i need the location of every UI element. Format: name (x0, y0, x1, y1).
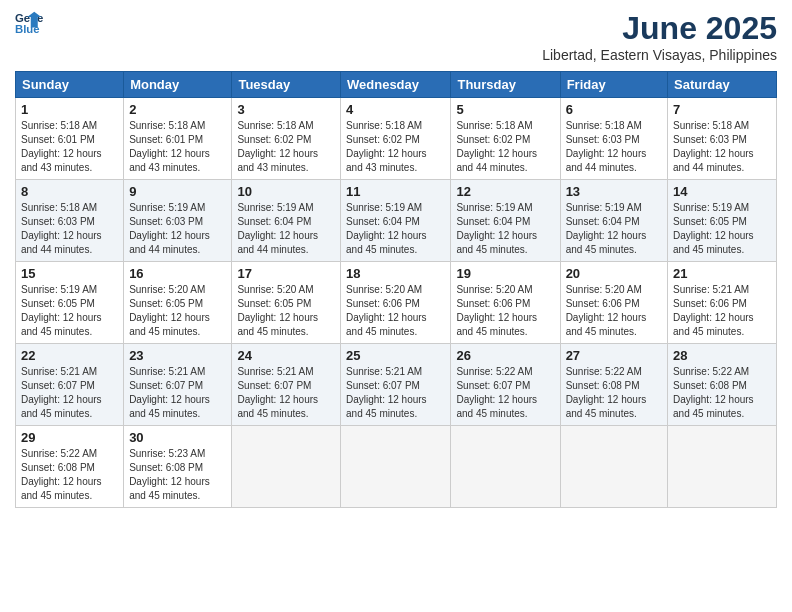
logo-icon: General Blue (15, 10, 43, 38)
table-cell: 11Sunrise: 5:19 AM Sunset: 6:04 PM Dayli… (341, 180, 451, 262)
table-cell: 16Sunrise: 5:20 AM Sunset: 6:05 PM Dayli… (124, 262, 232, 344)
day-number: 25 (346, 348, 445, 363)
table-cell: 9Sunrise: 5:19 AM Sunset: 6:03 PM Daylig… (124, 180, 232, 262)
subtitle: Libertad, Eastern Visayas, Philippines (542, 47, 777, 63)
day-number: 24 (237, 348, 335, 363)
header-row: Sunday Monday Tuesday Wednesday Thursday… (16, 72, 777, 98)
day-info: Sunrise: 5:22 AM Sunset: 6:08 PM Dayligh… (566, 365, 662, 421)
calendar-row: 1Sunrise: 5:18 AM Sunset: 6:01 PM Daylig… (16, 98, 777, 180)
table-cell (341, 426, 451, 508)
day-info: Sunrise: 5:21 AM Sunset: 6:07 PM Dayligh… (237, 365, 335, 421)
table-cell: 13Sunrise: 5:19 AM Sunset: 6:04 PM Dayli… (560, 180, 667, 262)
day-number: 10 (237, 184, 335, 199)
col-wednesday: Wednesday (341, 72, 451, 98)
calendar-row: 8Sunrise: 5:18 AM Sunset: 6:03 PM Daylig… (16, 180, 777, 262)
day-number: 16 (129, 266, 226, 281)
col-saturday: Saturday (668, 72, 777, 98)
day-info: Sunrise: 5:19 AM Sunset: 6:04 PM Dayligh… (237, 201, 335, 257)
day-info: Sunrise: 5:20 AM Sunset: 6:06 PM Dayligh… (566, 283, 662, 339)
table-cell: 30Sunrise: 5:23 AM Sunset: 6:08 PM Dayli… (124, 426, 232, 508)
day-info: Sunrise: 5:19 AM Sunset: 6:04 PM Dayligh… (566, 201, 662, 257)
day-number: 29 (21, 430, 118, 445)
table-cell: 1Sunrise: 5:18 AM Sunset: 6:01 PM Daylig… (16, 98, 124, 180)
table-cell: 4Sunrise: 5:18 AM Sunset: 6:02 PM Daylig… (341, 98, 451, 180)
day-info: Sunrise: 5:19 AM Sunset: 6:04 PM Dayligh… (346, 201, 445, 257)
day-number: 7 (673, 102, 771, 117)
calendar-row: 29Sunrise: 5:22 AM Sunset: 6:08 PM Dayli… (16, 426, 777, 508)
col-friday: Friday (560, 72, 667, 98)
table-cell: 7Sunrise: 5:18 AM Sunset: 6:03 PM Daylig… (668, 98, 777, 180)
calendar-row: 22Sunrise: 5:21 AM Sunset: 6:07 PM Dayli… (16, 344, 777, 426)
table-cell (232, 426, 341, 508)
table-cell: 3Sunrise: 5:18 AM Sunset: 6:02 PM Daylig… (232, 98, 341, 180)
day-number: 4 (346, 102, 445, 117)
col-sunday: Sunday (16, 72, 124, 98)
day-info: Sunrise: 5:21 AM Sunset: 6:06 PM Dayligh… (673, 283, 771, 339)
day-number: 26 (456, 348, 554, 363)
table-cell: 15Sunrise: 5:19 AM Sunset: 6:05 PM Dayli… (16, 262, 124, 344)
day-info: Sunrise: 5:18 AM Sunset: 6:03 PM Dayligh… (21, 201, 118, 257)
day-number: 12 (456, 184, 554, 199)
day-number: 28 (673, 348, 771, 363)
header: General Blue June 2025 Libertad, Eastern… (15, 10, 777, 63)
day-info: Sunrise: 5:18 AM Sunset: 6:03 PM Dayligh… (673, 119, 771, 175)
day-info: Sunrise: 5:20 AM Sunset: 6:05 PM Dayligh… (129, 283, 226, 339)
col-tuesday: Tuesday (232, 72, 341, 98)
day-number: 17 (237, 266, 335, 281)
day-info: Sunrise: 5:19 AM Sunset: 6:03 PM Dayligh… (129, 201, 226, 257)
logo: General Blue (15, 10, 43, 38)
day-info: Sunrise: 5:20 AM Sunset: 6:06 PM Dayligh… (346, 283, 445, 339)
day-number: 22 (21, 348, 118, 363)
table-cell: 10Sunrise: 5:19 AM Sunset: 6:04 PM Dayli… (232, 180, 341, 262)
day-info: Sunrise: 5:19 AM Sunset: 6:04 PM Dayligh… (456, 201, 554, 257)
day-info: Sunrise: 5:18 AM Sunset: 6:01 PM Dayligh… (129, 119, 226, 175)
table-cell: 25Sunrise: 5:21 AM Sunset: 6:07 PM Dayli… (341, 344, 451, 426)
table-cell: 20Sunrise: 5:20 AM Sunset: 6:06 PM Dayli… (560, 262, 667, 344)
day-info: Sunrise: 5:21 AM Sunset: 6:07 PM Dayligh… (346, 365, 445, 421)
day-info: Sunrise: 5:18 AM Sunset: 6:01 PM Dayligh… (21, 119, 118, 175)
table-cell: 27Sunrise: 5:22 AM Sunset: 6:08 PM Dayli… (560, 344, 667, 426)
table-cell: 18Sunrise: 5:20 AM Sunset: 6:06 PM Dayli… (341, 262, 451, 344)
day-info: Sunrise: 5:19 AM Sunset: 6:05 PM Dayligh… (21, 283, 118, 339)
title-area: June 2025 Libertad, Eastern Visayas, Phi… (542, 10, 777, 63)
table-cell: 23Sunrise: 5:21 AM Sunset: 6:07 PM Dayli… (124, 344, 232, 426)
table-cell: 19Sunrise: 5:20 AM Sunset: 6:06 PM Dayli… (451, 262, 560, 344)
col-monday: Monday (124, 72, 232, 98)
day-number: 18 (346, 266, 445, 281)
day-number: 11 (346, 184, 445, 199)
day-number: 14 (673, 184, 771, 199)
day-number: 2 (129, 102, 226, 117)
table-cell: 26Sunrise: 5:22 AM Sunset: 6:07 PM Dayli… (451, 344, 560, 426)
day-info: Sunrise: 5:21 AM Sunset: 6:07 PM Dayligh… (21, 365, 118, 421)
table-cell (560, 426, 667, 508)
table-cell: 28Sunrise: 5:22 AM Sunset: 6:08 PM Dayli… (668, 344, 777, 426)
col-thursday: Thursday (451, 72, 560, 98)
table-cell: 8Sunrise: 5:18 AM Sunset: 6:03 PM Daylig… (16, 180, 124, 262)
day-number: 30 (129, 430, 226, 445)
day-info: Sunrise: 5:20 AM Sunset: 6:05 PM Dayligh… (237, 283, 335, 339)
day-number: 13 (566, 184, 662, 199)
day-number: 23 (129, 348, 226, 363)
table-cell (668, 426, 777, 508)
month-title: June 2025 (542, 10, 777, 47)
table-cell (451, 426, 560, 508)
table-cell: 24Sunrise: 5:21 AM Sunset: 6:07 PM Dayli… (232, 344, 341, 426)
day-number: 6 (566, 102, 662, 117)
day-info: Sunrise: 5:18 AM Sunset: 6:03 PM Dayligh… (566, 119, 662, 175)
day-number: 27 (566, 348, 662, 363)
table-cell: 14Sunrise: 5:19 AM Sunset: 6:05 PM Dayli… (668, 180, 777, 262)
day-number: 5 (456, 102, 554, 117)
day-info: Sunrise: 5:18 AM Sunset: 6:02 PM Dayligh… (346, 119, 445, 175)
table-cell: 17Sunrise: 5:20 AM Sunset: 6:05 PM Dayli… (232, 262, 341, 344)
table-cell: 5Sunrise: 5:18 AM Sunset: 6:02 PM Daylig… (451, 98, 560, 180)
table-cell: 21Sunrise: 5:21 AM Sunset: 6:06 PM Dayli… (668, 262, 777, 344)
day-info: Sunrise: 5:23 AM Sunset: 6:08 PM Dayligh… (129, 447, 226, 503)
day-number: 15 (21, 266, 118, 281)
table-cell: 22Sunrise: 5:21 AM Sunset: 6:07 PM Dayli… (16, 344, 124, 426)
day-info: Sunrise: 5:18 AM Sunset: 6:02 PM Dayligh… (237, 119, 335, 175)
day-info: Sunrise: 5:21 AM Sunset: 6:07 PM Dayligh… (129, 365, 226, 421)
day-number: 20 (566, 266, 662, 281)
table-cell: 29Sunrise: 5:22 AM Sunset: 6:08 PM Dayli… (16, 426, 124, 508)
day-number: 3 (237, 102, 335, 117)
day-number: 21 (673, 266, 771, 281)
